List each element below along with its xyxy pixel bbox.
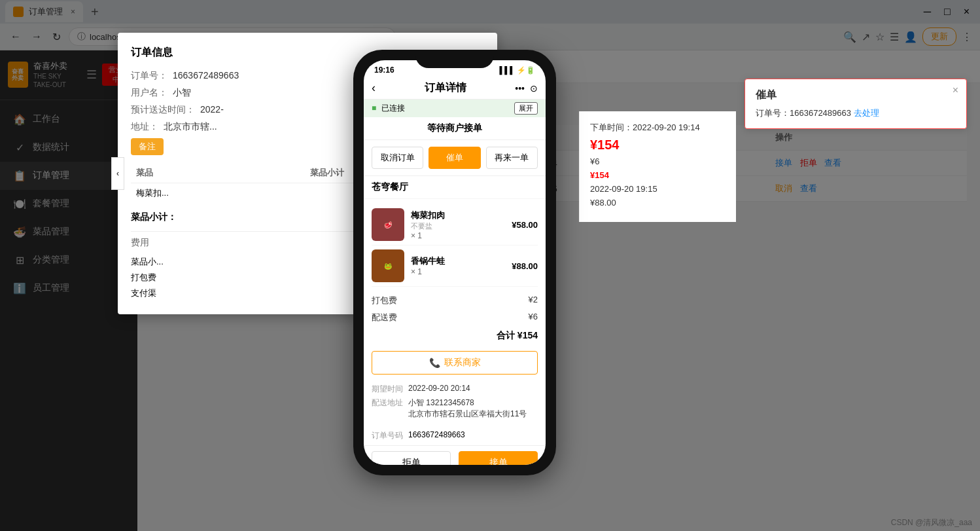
- urge-order-btn[interactable]: 催单: [429, 147, 480, 169]
- phone-outer: 19:16 ▌▌▌ ⚡🔋 ‹ 订单详情 ••• ⊙ ■ 已连接 展开: [353, 50, 556, 475]
- delivery-addr-name: 小智 13212345678: [408, 397, 527, 409]
- restaurant-name: 苍穹餐厅: [364, 176, 546, 199]
- order-item-2: 🐸 香锅牛蛙 × 1 ¥88.00: [372, 246, 538, 287]
- amount-88-display: ¥88.00: [590, 198, 726, 208]
- dish-subtotal-section: 菜品小计：: [131, 211, 177, 222]
- item-qty-2: × 1: [411, 267, 512, 276]
- order-num-row: 订单号码 1663672489663: [364, 426, 546, 445]
- reorder-btn[interactable]: 再来一单: [486, 147, 538, 169]
- notif-title: 催单: [756, 88, 956, 102]
- item-price-1: ¥58.00: [512, 220, 538, 230]
- phone-mockup: 19:16 ▌▌▌ ⚡🔋 ‹ 订单详情 ••• ⊙ ■ 已连接 展开: [353, 50, 556, 475]
- signal-icon: ▌▌▌ ⚡🔋: [500, 66, 535, 75]
- waiting-title: 等待商户接单: [364, 117, 546, 140]
- dish-col: 菜品: [131, 163, 305, 183]
- address-value: 北京市市辖...: [164, 121, 217, 133]
- total-label: 合计: [497, 330, 515, 342]
- phone-time: 19:16: [374, 65, 394, 75]
- order-no-label: 订单号：: [131, 70, 167, 82]
- order-item-1: 🥩 梅菜扣肉 不要盐 × 1 ¥58.00: [372, 204, 538, 246]
- connected-dot: ■: [372, 103, 376, 113]
- delivery-fee-value: ¥6: [529, 312, 538, 323]
- amount-red-display: ¥154: [590, 170, 726, 180]
- packaging-fee: ¥2: [529, 295, 538, 306]
- connected-text: 已连接: [381, 103, 405, 113]
- notification-popup: 催单 × 订单号：1663672489663 去处理: [744, 79, 967, 129]
- item-price-2: ¥88.00: [512, 261, 538, 271]
- phone-back-btn[interactable]: ‹: [372, 81, 376, 95]
- packaging-fee-row: 打包费 ¥2: [364, 292, 546, 309]
- order-time-info: 下单时间：2022-09-20 19:14: [590, 122, 726, 134]
- item-img-2: 🐸: [372, 249, 404, 282]
- phone-screen-title: 订单详情: [425, 81, 466, 95]
- notif-close-btn[interactable]: ×: [953, 84, 958, 96]
- expected-time-label: 期望时间: [372, 384, 403, 395]
- est-delivery-label: 预计送达时间：: [131, 104, 195, 116]
- total-row: 合计 ¥154: [364, 326, 546, 346]
- order-no-phone-value: 1663672489663: [408, 430, 465, 441]
- complete-time: 2022-09-20 19:15: [590, 184, 726, 194]
- reject-phone-btn[interactable]: 拒单: [372, 451, 451, 465]
- item-sub-1: 不要盐: [411, 221, 512, 231]
- username-value: 小智: [173, 87, 191, 99]
- notif-process-link[interactable]: 去处理: [854, 108, 879, 118]
- delivery-addr-detail: 北京市市辖石景山区幸福大街11号: [408, 409, 527, 420]
- phone-action-btns: 取消订单 催单 再来一单: [364, 140, 546, 176]
- item-info-1: 梅菜扣肉 不要盐 × 1: [411, 210, 512, 240]
- total-value: ¥154: [517, 330, 538, 342]
- order-no-phone-label: 订单号码: [372, 430, 403, 441]
- cost-label: 费用: [131, 237, 149, 249]
- connected-bar: ■ 已连接 展开: [364, 100, 546, 117]
- dish-name: 梅菜扣...: [131, 183, 305, 204]
- order-no-value: 1663672489663: [173, 70, 239, 82]
- item-qty-1: × 1: [411, 231, 512, 240]
- phone-nav-actions: ••• ⊙: [515, 83, 538, 94]
- settings-icon[interactable]: ⊙: [530, 83, 538, 94]
- total-amount-display: ¥154: [590, 137, 726, 153]
- delivery-addr-label: 配送地址: [372, 397, 403, 420]
- packaging-label: 打包费: [372, 295, 397, 306]
- cancel-order-phone-btn[interactable]: 取消订单: [372, 147, 423, 169]
- scroll-left-btn[interactable]: ‹: [111, 157, 124, 190]
- phone-screen: 19:16 ▌▌▌ ⚡🔋 ‹ 订单详情 ••• ⊙ ■ 已连接 展开: [364, 60, 546, 465]
- delivery-fee-row: 配送费 ¥6: [364, 309, 546, 326]
- phone-bottom-btns: 拒单 接单: [364, 445, 546, 465]
- phone-icon: 📞: [429, 357, 440, 368]
- note-btn[interactable]: 备注: [131, 138, 164, 155]
- notif-body: 订单号：1663672489663 去处理: [756, 107, 956, 119]
- phone-nav-bar: ‹ 订单详情 ••• ⊙: [364, 77, 546, 100]
- expand-btn[interactable]: 展开: [514, 102, 538, 115]
- address-label: 地址：: [131, 121, 158, 133]
- item-img-1: 🥩: [372, 208, 404, 241]
- delivery-fee-label: 配送费: [372, 312, 397, 323]
- username-label: 用户名：: [131, 87, 167, 99]
- phone-status-bar: 19:16 ▌▌▌ ⚡🔋: [364, 60, 546, 77]
- contact-merchant-btn[interactable]: 📞 联系商家: [372, 351, 538, 375]
- est-delivery-value: 2022-: [200, 104, 224, 116]
- item-name-2: 香锅牛蛙: [411, 255, 512, 267]
- item-name-1: 梅菜扣肉: [411, 210, 512, 221]
- expected-time-value: 2022-09-20 20:14: [408, 384, 470, 395]
- order-items: 🥩 梅菜扣肉 不要盐 × 1 ¥58.00 🐸 香锅牛蛙 × 1 ¥88.00: [364, 199, 546, 292]
- delivery-fee-display: ¥6: [590, 156, 726, 166]
- accept-phone-btn[interactable]: 接单: [459, 451, 538, 465]
- delivery-info: 期望时间 2022-09-20 20:14 配送地址 小智 1321234567…: [364, 380, 546, 426]
- right-order-info: 下单时间：2022-09-20 19:14 ¥154 ¥6 ¥154 2022-…: [579, 111, 736, 222]
- more-icon[interactable]: •••: [515, 83, 525, 94]
- item-info-2: 香锅牛蛙 × 1: [411, 255, 512, 276]
